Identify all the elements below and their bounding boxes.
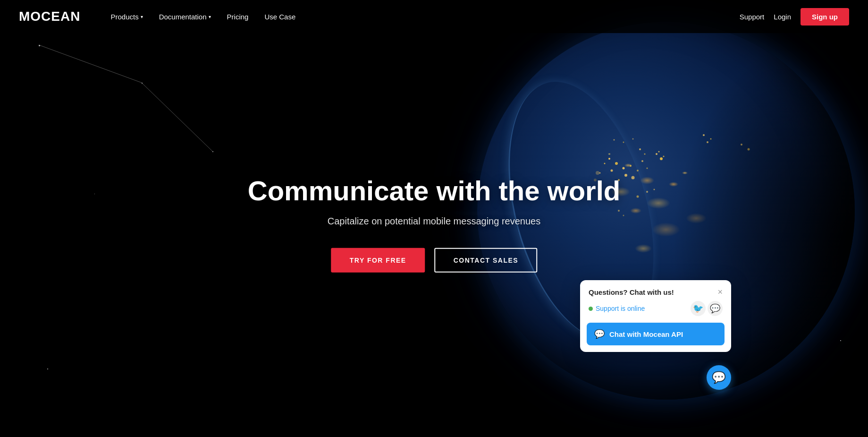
online-indicator [589,307,593,311]
star [47,368,48,369]
nav-right: Support Login Sign up [740,8,849,26]
chat-cta-label: Chat with Mocean API [609,330,683,338]
avatar-chat: 💬 [708,301,723,316]
navigation: MOCEAN Products ▾ Documentation ▾ Pricin… [0,0,868,33]
hero-subtitle: Capitalize on potential mobile messaging… [248,215,621,226]
nav-products[interactable]: Products ▾ [104,9,149,25]
chat-status: Support is online [589,305,645,312]
chat-widget-title: Questions? Chat with us! [589,288,674,296]
chat-widget: Questions? Chat with us! × Support is on… [580,280,731,352]
contact-sales-button[interactable]: CONTACT SALES [435,248,537,272]
chat-header: Questions? Chat with us! × [580,280,731,301]
floating-chat-bubble[interactable]: 💬 [707,365,731,390]
star [39,45,40,46]
avatar-bird: 🐦 [691,301,706,316]
nav-links: Products ▾ Documentation ▾ Pricing Use C… [104,9,739,25]
chat-close-button[interactable]: × [717,288,723,296]
star [212,151,213,152]
try-for-free-button[interactable]: TRY FOR FREE [331,248,425,272]
products-chevron-icon: ▾ [141,14,143,19]
support-online-label: Support is online [596,305,645,312]
star [94,194,95,194]
nav-support[interactable]: Support [740,13,765,21]
nav-login[interactable]: Login [774,13,791,21]
star [142,83,143,84]
documentation-chevron-icon: ▾ [209,14,211,19]
signup-button[interactable]: Sign up [801,8,849,26]
hero-content: Communicate with the world Capitalize on… [248,174,621,272]
chat-cta-button[interactable]: 💬 Chat with Mocean API [587,323,725,345]
hero-buttons: TRY FOR FREE CONTACT SALES [248,248,621,272]
nav-pricing[interactable]: Pricing [220,9,255,25]
hero-section: Communicate with the world Capitalize on… [0,0,868,437]
chat-status-row: Support is online 🐦 💬 [580,301,731,323]
nav-documentation[interactable]: Documentation ▾ [152,9,218,25]
logo[interactable]: MOCEAN [19,9,80,24]
nav-usecase[interactable]: Use Case [258,9,302,25]
chat-bubble-icon: 💬 [712,371,726,384]
hero-title: Communicate with the world [248,174,621,206]
chat-cta-icon: 💬 [594,329,605,339]
chat-avatars: 🐦 💬 [691,301,723,316]
svg-line-1 [142,83,212,151]
svg-line-0 [39,45,142,83]
